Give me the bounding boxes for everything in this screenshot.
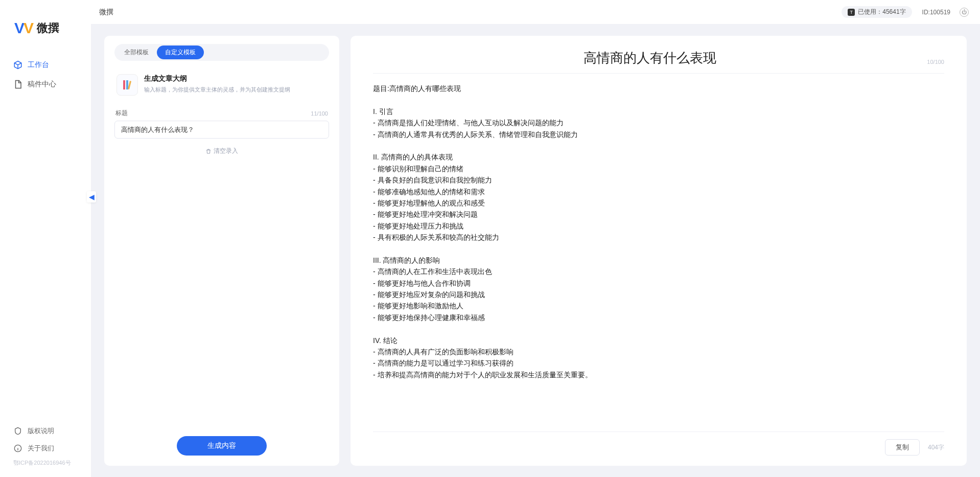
logo-mark-icon: VV [14,19,33,37]
trash-icon [205,148,212,154]
clear-input-button[interactable]: 清空录入 [114,147,329,155]
clear-input-label: 清空录入 [214,147,238,155]
template-title: 生成文章大纲 [144,74,290,83]
power-button[interactable]: ⏻ [960,8,969,17]
generate-button[interactable]: 生成内容 [177,436,267,456]
power-icon: ⏻ [962,9,967,15]
brand-logo: VV 微撰 [0,9,91,52]
shield-icon [13,426,22,436]
template-tabs: 全部模板 自定义模板 [114,44,329,61]
brand-name: 微撰 [37,20,59,36]
title-char-count: 11/100 [311,110,328,117]
sidebar-item-label: 关于我们 [28,444,54,453]
info-icon [13,444,22,453]
sidebar-item-label: 版权说明 [28,426,54,436]
sidebar-item-workspace[interactable]: 工作台 [0,55,91,75]
result-title[interactable]: 高情商的人有什么表现 [373,49,927,67]
topbar-title: 微撰 [99,8,113,17]
icp-text: 鄂ICP备2022016946号 [0,457,91,469]
sidebar-item-label: 稿件中心 [28,80,56,89]
sidebar-item-copyright[interactable]: 版权说明 [0,422,91,440]
sidebar-nav: 工作台 稿件中心 [0,52,91,422]
result-body[interactable]: 题目:高情商的人有哪些表现 I. 引言 - 高情商是指人们处理情绪、与他人互动以… [373,83,944,431]
content-row: 全部模板 自定义模板 生成文章大纲 输入标题，为你提供文章主体的灵感，并为其创建… [91,25,980,477]
template-icon [116,74,138,96]
chevron-left-icon: ◀ [89,193,95,201]
copy-button[interactable]: 复制 [885,439,920,456]
sidebar-item-about[interactable]: 关于我们 [0,440,91,457]
sidebar-bottom: 版权说明 关于我们 鄂ICP备2022016946号 [0,422,91,472]
title-field-label: 标题 [115,109,128,118]
sidebar-item-label: 工作台 [28,60,49,70]
template-card[interactable]: 生成文章大纲 输入标题，为你提供文章主体的灵感，并为其创建推文提纲 [114,70,329,106]
template-desc: 输入标题，为你提供文章主体的灵感，并为其创建推文提纲 [144,85,290,94]
input-panel: 全部模板 自定义模板 生成文章大纲 输入标题，为你提供文章主体的灵感，并为其创建… [104,36,339,466]
result-word-count: 404字 [928,443,944,452]
usage-pill[interactable]: T 已使用：45641字 [842,6,912,18]
usage-label: 已使用：45641字 [858,8,905,16]
text-count-icon: T [848,9,855,16]
sidebar-item-drafts[interactable]: 稿件中心 [0,75,91,94]
user-id: ID:100519 [922,9,950,16]
tab-custom-templates[interactable]: 自定义模板 [157,46,204,59]
result-panel: 高情商的人有什么表现 10/100 题目:高情商的人有哪些表现 I. 引言 - … [351,36,967,466]
main-area: 微撰 T 已使用：45641字 ID:100519 ⏻ 全部模板 自定义模板 [91,0,980,477]
cube-icon [13,60,22,70]
topbar: 微撰 T 已使用：45641字 ID:100519 ⏻ [91,0,980,25]
sidebar-collapse-handle[interactable]: ◀ [87,191,96,202]
doc-icon [13,80,22,89]
title-input[interactable] [114,121,329,139]
sidebar: VV 微撰 工作台 稿件中心 版权说明 [0,0,91,477]
tab-all-templates[interactable]: 全部模板 [116,46,157,59]
result-title-count: 10/100 [927,59,944,67]
